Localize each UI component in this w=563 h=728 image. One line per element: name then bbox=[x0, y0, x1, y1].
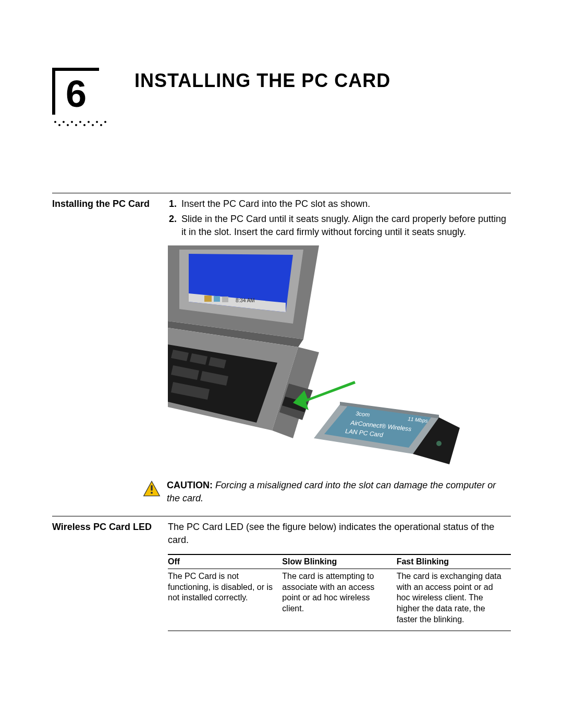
installation-figure: 8:34 AM bbox=[168, 245, 511, 470]
svg-rect-19 bbox=[151, 492, 152, 493]
caution-body: Forcing a misaligned card into the slot … bbox=[167, 480, 496, 503]
table-cell: The PC Card is not functioning, is disab… bbox=[168, 569, 282, 631]
tray-time: 8:34 AM bbox=[236, 298, 255, 303]
section-led: Wireless PC Card LED The PC Card LED (se… bbox=[52, 521, 511, 631]
divider bbox=[52, 516, 511, 516]
steps-list: Insert the PC Card into the PC slot as s… bbox=[168, 198, 511, 238]
led-description: The PC Card LED (see the figure below) i… bbox=[168, 521, 511, 547]
caution-label: CAUTION: bbox=[167, 480, 213, 490]
tray-icon bbox=[222, 297, 228, 302]
caution-text: CAUTION: Forcing a misaligned card into … bbox=[167, 479, 511, 504]
caution-icon bbox=[143, 480, 161, 498]
section-body: Insert the PC Card into the PC slot as s… bbox=[168, 198, 511, 504]
chapter-header: 6 INSTALLING THE PC CARD bbox=[52, 68, 511, 125]
divider bbox=[52, 193, 511, 193]
section-heading: Wireless PC Card LED bbox=[52, 521, 168, 533]
section-installing: Installing the PC Card Insert the PC Car… bbox=[52, 198, 511, 504]
caution-block: CAUTION: Forcing a misaligned card into … bbox=[143, 479, 511, 504]
table-header: Off bbox=[168, 554, 282, 569]
table-cell: The card is attempting to associate with… bbox=[282, 569, 396, 631]
tray-icon bbox=[214, 296, 220, 302]
corner-decoration bbox=[52, 68, 99, 71]
table-cell: The card is exchanging data with an acce… bbox=[397, 569, 511, 631]
chapter-title: INSTALLING THE PC CARD bbox=[134, 70, 390, 92]
chapter-number-box: 6 bbox=[52, 68, 109, 125]
section-heading: Installing the PC Card bbox=[52, 198, 168, 210]
corner-decoration bbox=[52, 68, 55, 115]
led-status-table: Off Slow Blinking Fast Blinking The PC C… bbox=[168, 554, 511, 631]
dots-decoration bbox=[54, 116, 109, 126]
laptop-pccard-illustration: 8:34 AM bbox=[168, 245, 460, 470]
table-row: The PC Card is not functioning, is disab… bbox=[168, 569, 511, 631]
table-header: Fast Blinking bbox=[397, 554, 511, 569]
chapter-number: 6 bbox=[66, 75, 87, 113]
step-item: Insert the PC Card into the PC slot as s… bbox=[179, 198, 511, 211]
svg-rect-18 bbox=[151, 486, 152, 491]
document-page: 6 INSTALLING THE PC CARD Installing the … bbox=[0, 0, 563, 728]
pc-card: 3com AirConnect® Wireless LAN PC Card 11… bbox=[314, 402, 460, 464]
tray-icon bbox=[204, 295, 212, 302]
table-header: Slow Blinking bbox=[282, 554, 396, 569]
section-body: The PC Card LED (see the figure below) i… bbox=[168, 521, 511, 631]
step-item: Slide in the PC Card until it seats snug… bbox=[179, 213, 511, 239]
svg-point-16 bbox=[436, 441, 442, 446]
